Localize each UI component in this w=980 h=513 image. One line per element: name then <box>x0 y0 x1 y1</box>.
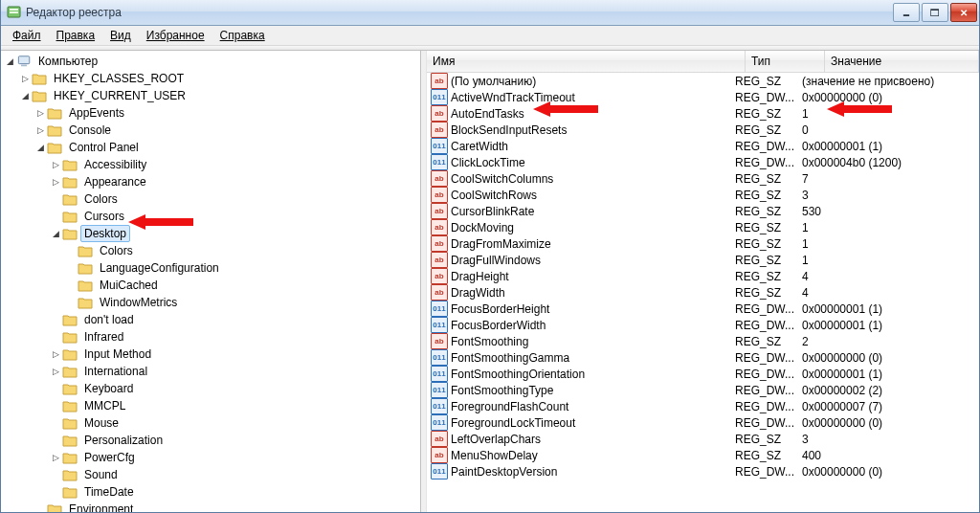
tree-node-desktop-colors[interactable]: ▷Colors <box>1 242 420 259</box>
table-row[interactable]: 011ForegroundFlashCountREG_DW...0x000000… <box>427 398 979 414</box>
column-header-value[interactable]: Значение <box>825 51 979 72</box>
table-row[interactable]: 011ForegroundLockTimeoutREG_DW...0x00000… <box>427 414 979 431</box>
menu-bar: Файл Правка Вид Избранное Справка <box>1 26 979 46</box>
expand-icon[interactable]: ▷ <box>33 123 47 137</box>
tree-node-keyboard[interactable]: ▷Keyboard <box>1 380 420 397</box>
tree-node-appevents[interactable]: ▷AppEvents <box>1 104 420 122</box>
tree-label: PowerCfg <box>80 449 139 466</box>
svg-rect-4 <box>21 65 27 67</box>
table-row[interactable]: abCoolSwitchRowsREG_SZ3 <box>427 187 979 203</box>
table-row[interactable]: 011ClickLockTimeREG_DW...0x000004b0 (120… <box>427 154 979 170</box>
tree-node-infrared[interactable]: ▷Infrared <box>1 328 420 346</box>
tree-node-console[interactable]: ▷Console <box>1 122 420 139</box>
tree-node-environment[interactable]: ▷Environment <box>1 501 420 512</box>
maximize-button[interactable]: 🗖 <box>922 3 948 22</box>
binary-value-icon: 011 <box>431 138 448 154</box>
tree-node-sound[interactable]: ▷Sound <box>1 466 420 483</box>
table-row[interactable]: abFontSmoothingREG_SZ2 <box>427 333 979 349</box>
svg-rect-1 <box>10 9 18 11</box>
tree-pane[interactable]: ◢ Компьютер ▷ HKEY_CLASSES_ROOT <box>1 51 421 512</box>
value-data: 1 <box>802 254 979 267</box>
table-row[interactable]: 011ActiveWndTrackTimeoutREG_DW...0x00000… <box>427 89 979 105</box>
table-row[interactable]: abBlockSendInputResetsREG_SZ0 <box>427 122 979 138</box>
tree-node-hkcr[interactable]: ▷ HKEY_CLASSES_ROOT <box>1 70 420 87</box>
value-data: 400 <box>802 449 979 462</box>
table-row[interactable]: abCursorBlinkRateREG_SZ530 <box>427 203 979 219</box>
tree-node-appearance[interactable]: ▷Appearance <box>1 173 420 190</box>
expand-icon[interactable]: ▷ <box>49 175 62 189</box>
tree-node-mmcpl[interactable]: ▷MMCPL <box>1 397 420 414</box>
collapse-icon[interactable]: ◢ <box>49 227 62 240</box>
tree-node-control-panel[interactable]: ◢Control Panel <box>1 139 420 156</box>
table-row[interactable]: 011FontSmoothingTypeREG_DW...0x00000002 … <box>427 382 979 398</box>
tree-node-windowmetrics[interactable]: ▷WindowMetrics <box>1 294 420 311</box>
table-row[interactable]: 011FontSmoothingOrientationREG_DW...0x00… <box>427 366 979 382</box>
svg-rect-3 <box>18 56 29 64</box>
tree-node-powercfg[interactable]: ▷PowerCfg <box>1 449 420 466</box>
menu-help[interactable]: Справка <box>212 27 273 44</box>
table-row[interactable]: abDragHeightREG_SZ4 <box>427 268 979 284</box>
expand-icon[interactable]: ▷ <box>18 72 32 85</box>
svg-rect-2 <box>10 11 18 13</box>
menu-edit[interactable]: Правка <box>49 27 103 44</box>
value-name: AutoEndTasks <box>451 107 524 121</box>
table-row[interactable]: abDragFullWindowsREG_SZ1 <box>427 252 979 268</box>
tree-node-personalization[interactable]: ▷Personalization <box>1 432 420 449</box>
table-row[interactable]: abLeftOverlapCharsREG_SZ3 <box>427 431 979 447</box>
tree-node-colors[interactable]: ▷Colors <box>1 190 420 208</box>
expand-icon[interactable]: ▷ <box>49 158 62 171</box>
minimize-button[interactable]: 🗕 <box>893 3 920 22</box>
menu-view[interactable]: Вид <box>102 27 139 44</box>
expand-icon[interactable]: ▷ <box>49 451 62 464</box>
close-button[interactable]: ✕ <box>950 3 977 22</box>
tree-node-timedate[interactable]: ▷TimeDate <box>1 483 420 501</box>
collapse-icon[interactable]: ◢ <box>18 89 32 102</box>
value-data: 0x00000000 (0) <box>802 91 979 104</box>
value-data: 3 <box>802 189 979 202</box>
expand-icon[interactable]: ▷ <box>33 106 47 120</box>
value-type: REG_DW... <box>735 400 802 413</box>
tree-label: Desktop <box>80 225 130 242</box>
table-row[interactable]: 011CaretWidthREG_DW...0x00000001 (1) <box>427 138 979 154</box>
tree-node-inputmethod[interactable]: ▷Input Method <box>1 346 420 363</box>
value-type: REG_DW... <box>735 368 802 381</box>
value-name: CaretWidth <box>451 140 508 153</box>
value-name: PaintDesktopVersion <box>451 465 557 479</box>
table-row[interactable]: 011FocusBorderHeightREG_DW...0x00000001 … <box>427 301 979 317</box>
expand-icon[interactable]: ▷ <box>49 347 62 361</box>
table-row[interactable]: ab(По умолчанию)REG_SZ(значение не присв… <box>427 73 979 89</box>
value-type: REG_SZ <box>735 189 802 202</box>
table-row[interactable]: abMenuShowDelayREG_SZ400 <box>427 447 979 463</box>
string-value-icon: ab <box>431 447 448 463</box>
tree-node-muicached[interactable]: ▷MuiCached <box>1 277 420 294</box>
table-row[interactable]: 011PaintDesktopVersionREG_DW...0x0000000… <box>427 463 979 480</box>
table-row[interactable]: abCoolSwitchColumnsREG_SZ7 <box>427 170 979 187</box>
tree-node-dontload[interactable]: ▷don't load <box>1 311 420 328</box>
value-name: DockMoving <box>451 221 514 234</box>
menu-favorites[interactable]: Избранное <box>139 27 212 44</box>
tree-node-accessibility[interactable]: ▷Accessibility <box>1 156 420 173</box>
table-row[interactable]: 011FontSmoothingGammaREG_DW...0x00000000… <box>427 349 979 366</box>
tree-node-hkcu[interactable]: ◢ HKEY_CURRENT_USER <box>1 87 420 104</box>
table-row[interactable]: 011FocusBorderWidthREG_DW...0x00000001 (… <box>427 317 979 333</box>
table-row[interactable]: abDockMovingREG_SZ1 <box>427 219 979 235</box>
tree-node-computer[interactable]: ◢ Компьютер <box>1 53 420 70</box>
tree-node-cursors[interactable]: ▷Cursors <box>1 208 420 225</box>
tree-node-langconfig[interactable]: ▷LanguageConfiguration <box>1 259 420 277</box>
string-value-icon: ab <box>431 268 448 284</box>
table-row[interactable]: abDragWidthREG_SZ4 <box>427 284 979 301</box>
table-row[interactable]: abDragFromMaximizeREG_SZ1 <box>427 235 979 252</box>
collapse-icon[interactable]: ◢ <box>33 141 47 154</box>
column-header-name[interactable]: Имя <box>427 51 746 72</box>
menu-file[interactable]: Файл <box>5 27 49 44</box>
table-row[interactable]: abAutoEndTasksREG_SZ1 <box>427 105 979 122</box>
string-value-icon: ab <box>431 431 448 447</box>
collapse-icon[interactable]: ◢ <box>3 55 16 68</box>
tree-node-desktop[interactable]: ◢Desktop <box>1 225 420 242</box>
tree-node-mouse[interactable]: ▷Mouse <box>1 414 420 432</box>
value-name: CoolSwitchRows <box>451 189 537 202</box>
column-header-type[interactable]: Тип <box>746 51 825 72</box>
list-body[interactable]: ab(По умолчанию)REG_SZ(значение не присв… <box>427 73 979 512</box>
expand-icon[interactable]: ▷ <box>49 365 62 378</box>
tree-node-international[interactable]: ▷International <box>1 363 420 380</box>
